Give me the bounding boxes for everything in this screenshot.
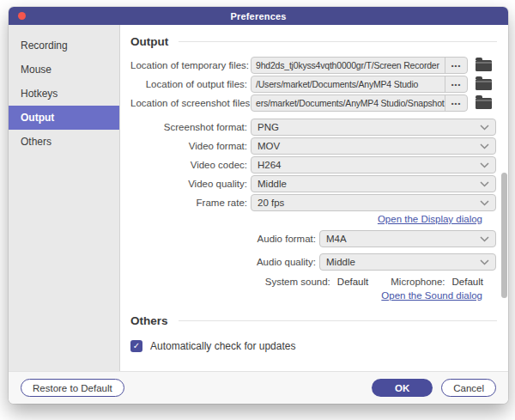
title-bar[interactable]: Preferences: [9, 7, 508, 25]
audio-format-value: M4A: [320, 234, 480, 244]
close-window-button[interactable]: [18, 12, 26, 20]
screenshot-files-path-value: ers/market/Documents/AnyMP4 Studio/Snaps…: [251, 98, 445, 108]
section-divider: [179, 41, 497, 42]
sidebar: Recording Mouse Hotkeys Output Others: [9, 25, 120, 371]
output-files-path-value: /Users/market/Documents/AnyMP4 Studio: [251, 79, 445, 89]
ok-button[interactable]: OK: [372, 379, 433, 397]
chevron-down-icon: [480, 181, 495, 187]
screenshot-format-row: Screenshot format: PNG: [130, 119, 497, 136]
audio-format-label: Audio format:: [130, 234, 319, 244]
screenshot-files-label: Location of screenshot files:: [130, 98, 251, 108]
frame-rate-row: Frame rate: 20 fps: [130, 194, 497, 211]
video-format-select[interactable]: MOV: [251, 137, 496, 155]
temp-files-folder-icon[interactable]: [476, 60, 492, 71]
frame-rate-select[interactable]: 20 fps: [251, 194, 496, 211]
video-quality-label: Video quality:: [130, 179, 251, 189]
preferences-window: Preferences Recording Mouse Hotkeys Outp…: [9, 7, 508, 404]
sidebar-item-mouse[interactable]: Mouse: [9, 58, 119, 82]
output-settings-panel: Output Location of temporary files: 9hd2…: [120, 25, 508, 371]
video-quality-row: Video quality: Middle: [130, 175, 497, 192]
microphone-value: Default: [452, 277, 483, 287]
window-title: Preferences: [230, 11, 286, 21]
sidebar-item-others[interactable]: Others: [9, 130, 119, 154]
open-display-dialog-link[interactable]: Open the Display dialog: [378, 214, 482, 224]
video-codec-value: H264: [251, 160, 480, 170]
cancel-button[interactable]: Cancel: [441, 379, 496, 397]
sound-status-row: System sound: Default Microphone: Defaul…: [130, 277, 497, 287]
audio-quality-row: Audio quality: Middle: [130, 253, 497, 271]
audio-format-select[interactable]: M4A: [319, 230, 496, 247]
screenshot-files-browse-button[interactable]: •••: [445, 95, 467, 111]
output-section-header: Output: [130, 35, 497, 48]
microphone-label: Microphone:: [391, 277, 445, 287]
restore-to-default-button[interactable]: Restore to Default: [21, 379, 124, 397]
auto-update-row: ✓ Automatically check for updates: [130, 340, 497, 352]
video-codec-row: Video codec: H264: [130, 156, 497, 173]
chevron-down-icon: [480, 200, 495, 206]
desktop-background: Preferences Recording Mouse Hotkeys Outp…: [0, 0, 515, 420]
audio-quality-label: Audio quality:: [130, 257, 319, 267]
temp-files-path-value: 9hd2ds_tj0kyss4vqth0000gr/T/Screen Recor…: [251, 60, 445, 70]
screenshot-format-label: Screenshot format:: [130, 122, 251, 132]
temp-files-label: Location of temporary files:: [130, 60, 251, 70]
screenshot-files-row: Location of screenshot files: ers/market…: [130, 94, 497, 112]
auto-update-checkbox[interactable]: ✓: [130, 340, 142, 352]
sidebar-item-output[interactable]: Output: [9, 106, 119, 130]
temp-files-browse-button[interactable]: •••: [445, 58, 467, 73]
audio-quality-select[interactable]: Middle: [319, 253, 496, 271]
auto-update-label: Automatically check for updates: [150, 340, 295, 352]
video-format-label: Video format:: [130, 141, 251, 151]
frame-rate-label: Frame rate:: [130, 198, 251, 208]
output-files-row: Location of output files: /Users/market/…: [130, 76, 497, 93]
open-sound-dialog-link[interactable]: Open the Sound dialog: [381, 290, 482, 301]
output-files-label: Location of output files:: [130, 79, 251, 89]
checkmark-icon: ✓: [133, 342, 140, 350]
video-codec-select[interactable]: H264: [251, 156, 496, 173]
section-divider: [179, 320, 497, 321]
chevron-down-icon: [480, 236, 495, 242]
audio-quality-value: Middle: [320, 257, 480, 267]
temp-files-row: Location of temporary files: 9hd2ds_tj0k…: [130, 57, 497, 74]
system-sound-value: Default: [337, 277, 368, 287]
screenshot-format-value: PNG: [251, 122, 480, 132]
chevron-down-icon: [480, 125, 495, 131]
output-section-title: Output: [130, 35, 168, 48]
dialog-footer: Restore to Default OK Cancel: [9, 371, 508, 404]
output-files-browse-button[interactable]: •••: [445, 76, 467, 92]
chevron-down-icon: [480, 259, 495, 265]
output-files-path-field[interactable]: /Users/market/Documents/AnyMP4 Studio ••…: [251, 76, 468, 93]
others-section-title: Others: [130, 314, 168, 327]
output-files-folder-icon[interactable]: [476, 79, 492, 90]
video-quality-value: Middle: [251, 179, 480, 189]
others-section-header: Others: [130, 314, 497, 327]
sidebar-item-hotkeys[interactable]: Hotkeys: [9, 82, 119, 106]
video-format-row: Video format: MOV: [130, 137, 497, 155]
frame-rate-value: 20 fps: [251, 198, 480, 208]
screenshot-files-folder-icon[interactable]: [476, 98, 492, 109]
chevron-down-icon: [480, 162, 495, 168]
system-sound-label: System sound:: [265, 277, 330, 287]
sidebar-item-recording[interactable]: Recording: [9, 33, 119, 58]
video-format-value: MOV: [251, 141, 480, 151]
screenshot-files-path-field[interactable]: ers/market/Documents/AnyMP4 Studio/Snaps…: [251, 94, 468, 112]
temp-files-path-field[interactable]: 9hd2ds_tj0kyss4vqth0000gr/T/Screen Recor…: [251, 57, 468, 74]
screenshot-format-select[interactable]: PNG: [251, 119, 496, 136]
chevron-down-icon: [480, 143, 495, 149]
vertical-scrollbar[interactable]: [501, 173, 507, 298]
video-codec-label: Video codec:: [130, 160, 251, 170]
audio-format-row: Audio format: M4A: [130, 230, 497, 247]
video-quality-select[interactable]: Middle: [251, 175, 496, 192]
